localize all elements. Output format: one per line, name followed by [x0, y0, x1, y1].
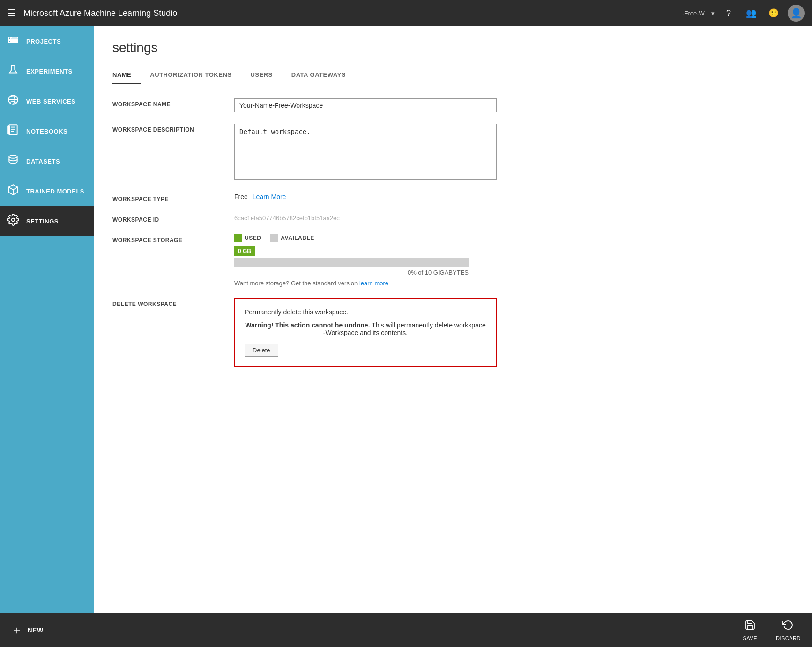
- smile-icon-btn[interactable]: 🙂: [765, 5, 782, 22]
- save-button[interactable]: SAVE: [743, 619, 757, 641]
- delete-text: Permanently delete this workspace.: [245, 308, 486, 316]
- bottom-actions: SAVE DISCARD: [743, 619, 801, 641]
- workspace-storage-control: USED AVAILABLE 0 GB 0% of 10 GIGABYTES W…: [234, 234, 497, 287]
- new-button[interactable]: ＋ NEW: [11, 623, 44, 638]
- sidebar-item-settings[interactable]: SETTINGS: [0, 206, 94, 236]
- notebooks-icon: [7, 124, 20, 139]
- storage-bar-track: [234, 258, 469, 267]
- svg-rect-2: [9, 125, 17, 135]
- delete-warning: Warning! This action cannot be undone. T…: [245, 321, 486, 336]
- storage-bar-container: 0 GB 0% of 10 GIGABYTES: [234, 246, 497, 276]
- workspace-id-label: WORKSPACE ID: [112, 214, 234, 223]
- chevron-down-icon: ▾: [711, 10, 715, 17]
- help-button[interactable]: ?: [720, 5, 737, 22]
- workspace-type-row: WORKSPACE TYPE Free Learn More: [112, 193, 793, 202]
- sidebar-item-notebooks[interactable]: NOTEBOOKS: [0, 116, 94, 146]
- trained-models-label: TRAINED MODELS: [26, 188, 84, 195]
- storage-available-legend: AVAILABLE: [270, 234, 314, 242]
- projects-label: PROJECTS: [26, 38, 61, 45]
- experiments-icon: [7, 64, 20, 79]
- workspace-storage-label: WORKSPACE STORAGE: [112, 234, 234, 244]
- notebooks-label: NOTEBOOKS: [26, 128, 67, 135]
- page-title: settings: [112, 40, 793, 55]
- storage-more-text: Want more storage? Get the standard vers…: [234, 280, 497, 287]
- discard-icon: [782, 619, 794, 633]
- workspace-name-row: WORKSPACE NAME: [112, 98, 793, 112]
- sidebar: PROJECTS EXPERIMENTS WEB SERVICES: [0, 26, 94, 613]
- sidebar-item-experiments[interactable]: EXPERIMENTS: [0, 56, 94, 86]
- delete-workspace-label: DELETE WORKSPACE: [112, 298, 234, 307]
- workspace-selector[interactable]: -Free-W... ▾: [682, 10, 715, 17]
- sidebar-item-web-services[interactable]: WEB SERVICES: [0, 86, 94, 116]
- workspace-description-row: WORKSPACE DESCRIPTION Default workspace.: [112, 124, 793, 182]
- storage-available-label: AVAILABLE: [281, 235, 314, 241]
- top-header: ☰ Microsoft Azure Machine Learning Studi…: [0, 0, 812, 26]
- workspace-name-label: WORKSPACE NAME: [112, 98, 234, 108]
- delete-button[interactable]: Delete: [245, 344, 278, 357]
- svg-point-8: [12, 218, 15, 222]
- user-avatar[interactable]: 👤: [788, 5, 805, 22]
- smile-icon: 🙂: [768, 8, 779, 18]
- save-icon: [745, 619, 756, 633]
- svg-point-7: [9, 155, 17, 158]
- workspace-name-input[interactable]: [234, 98, 497, 112]
- workspace-type-label: WORKSPACE TYPE: [112, 193, 234, 202]
- learn-more-link[interactable]: Learn More: [253, 193, 286, 201]
- storage-percent-text: 0% of 10 GIGABYTES: [234, 269, 469, 276]
- sidebar-item-trained-models[interactable]: TRAINED MODELS: [0, 176, 94, 206]
- storage-more-label: Want more storage? Get the standard vers…: [234, 280, 358, 287]
- web-services-icon: [7, 94, 20, 109]
- storage-used-legend: USED: [234, 234, 261, 242]
- used-dot: [234, 234, 242, 242]
- discard-button[interactable]: DISCARD: [776, 619, 801, 641]
- storage-used-label: USED: [245, 235, 261, 241]
- datasets-label: DATASETS: [26, 158, 60, 165]
- header-right: -Free-W... ▾ ? 👥 🙂 👤: [682, 5, 805, 22]
- trained-models-icon: [7, 184, 20, 199]
- delete-warning-bold: Warning! This action cannot be undone.: [245, 321, 370, 329]
- workspace-description-control: Default workspace.: [234, 124, 497, 182]
- available-dot: [270, 234, 278, 242]
- sidebar-item-datasets[interactable]: DATASETS: [0, 146, 94, 176]
- datasets-icon: [7, 154, 20, 169]
- menu-icon[interactable]: ☰: [7, 7, 16, 19]
- workspace-type-control: Free Learn More: [234, 193, 497, 201]
- discard-label: DISCARD: [776, 635, 801, 641]
- main-layout: PROJECTS EXPERIMENTS WEB SERVICES: [0, 26, 812, 613]
- question-icon: ?: [726, 8, 731, 18]
- tabs-container: NAME AUTHORIZATION TOKENS USERS DATA GAT…: [112, 67, 793, 84]
- avatar-icon: 👤: [790, 7, 802, 19]
- web-services-label: WEB SERVICES: [26, 98, 75, 105]
- workspace-id-row: WORKSPACE ID 6cac1efa507746b5782cefb1bf5…: [112, 214, 793, 223]
- new-label: NEW: [28, 626, 44, 634]
- workspace-description-textarea[interactable]: Default workspace.: [234, 124, 497, 180]
- workspace-id-value: 6cac1efa507746b5782cefb1bf51aa2ec: [234, 212, 340, 222]
- tab-name[interactable]: NAME: [112, 67, 141, 84]
- people-icon: 👥: [746, 8, 756, 18]
- workspace-name-control: [234, 98, 497, 112]
- workspace-type-value: Free: [234, 193, 248, 201]
- tab-users[interactable]: USERS: [241, 67, 282, 84]
- settings-label: SETTINGS: [26, 218, 59, 225]
- storage-learn-more-link[interactable]: learn more: [359, 280, 388, 287]
- delete-workspace-control: Permanently delete this workspace. Warni…: [234, 298, 497, 367]
- workspace-name: -Free-W...: [682, 10, 709, 17]
- save-label: SAVE: [743, 635, 757, 641]
- sidebar-item-projects[interactable]: PROJECTS: [0, 26, 94, 56]
- projects-icon: [7, 34, 20, 49]
- tab-auth-tokens[interactable]: AUTHORIZATION TOKENS: [141, 67, 241, 84]
- people-icon-btn[interactable]: 👥: [743, 5, 760, 22]
- storage-amount-badge: 0 GB: [234, 246, 255, 256]
- experiments-label: EXPERIMENTS: [26, 68, 73, 75]
- plus-icon: ＋: [11, 623, 23, 638]
- delete-workspace-row: DELETE WORKSPACE Permanently delete this…: [112, 298, 793, 367]
- tab-data-gateways[interactable]: DATA GATEWAYS: [282, 67, 355, 84]
- app-title: Microsoft Azure Machine Learning Studio: [23, 8, 682, 18]
- workspace-description-label: WORKSPACE DESCRIPTION: [112, 124, 234, 133]
- svg-rect-6: [8, 126, 9, 134]
- workspace-id-control: 6cac1efa507746b5782cefb1bf51aa2ec: [234, 214, 497, 222]
- bottom-bar: ＋ NEW SAVE DISCARD: [0, 613, 812, 647]
- content-area: settings NAME AUTHORIZATION TOKENS USERS…: [94, 26, 812, 613]
- settings-icon: [7, 214, 20, 229]
- delete-box: Permanently delete this workspace. Warni…: [234, 298, 497, 367]
